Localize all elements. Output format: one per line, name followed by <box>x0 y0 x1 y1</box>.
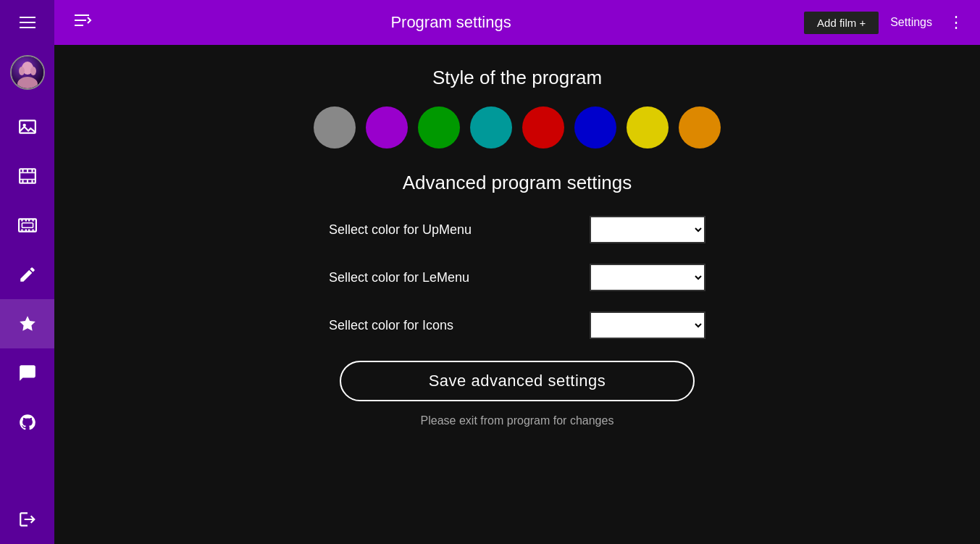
page-title: Program settings <box>98 13 804 32</box>
sidebar-item-favorites[interactable] <box>0 299 54 348</box>
lemenu-label: Sellect color for LeMenu <box>329 270 469 285</box>
style-title: Style of the program <box>432 67 602 89</box>
star-icon <box>18 314 37 333</box>
svg-point-3 <box>19 67 25 75</box>
avatar-image <box>12 57 43 88</box>
swatch-orange[interactable] <box>679 106 721 148</box>
lemenu-select[interactable]: Gray Purple Green Teal Red Blue Yellow O… <box>590 264 705 291</box>
svg-rect-18 <box>25 219 26 221</box>
svg-rect-12 <box>31 169 33 172</box>
sidebar-item-edit[interactable] <box>0 250 54 299</box>
swatch-blue[interactable] <box>574 106 616 148</box>
sidebar-item-chat[interactable] <box>0 348 54 398</box>
lemenu-row: Sellect color for LeMenu Gray Purple Gre… <box>329 264 705 291</box>
exit-icon <box>18 510 37 529</box>
advanced-title: Advanced program settings <box>403 172 632 194</box>
settings-grid: Sellect color for UpMenu Gray Purple Gre… <box>329 216 705 339</box>
swatch-teal[interactable] <box>470 106 512 148</box>
sidebar-item-filmstrip[interactable] <box>0 201 54 250</box>
sidebar-item-image[interactable] <box>0 102 54 151</box>
swatch-red[interactable] <box>522 106 564 148</box>
sidebar <box>0 0 54 544</box>
svg-rect-24 <box>32 229 33 231</box>
add-film-button[interactable]: Add film + <box>804 12 879 34</box>
svg-rect-8 <box>20 172 35 174</box>
svg-rect-13 <box>22 180 23 183</box>
image-icon <box>18 117 37 136</box>
chat-icon <box>18 364 37 382</box>
topbar-right: Add film + Settings ⋮ <box>804 10 968 35</box>
sidebar-item-exit[interactable] <box>0 495 54 544</box>
github-icon <box>18 413 37 432</box>
sort-icon[interactable] <box>66 7 98 38</box>
hamburger-menu-button[interactable] <box>0 0 54 45</box>
icons-select[interactable]: Gray Purple Green Teal Red Blue Yellow O… <box>590 311 705 339</box>
upmenu-label: Sellect color for UpMenu <box>329 222 472 238</box>
avatar-section[interactable] <box>0 45 54 99</box>
svg-rect-20 <box>32 219 33 221</box>
upmenu-select[interactable]: Gray Purple Green Teal Red Blue Yellow O… <box>590 216 705 243</box>
svg-rect-22 <box>25 229 26 231</box>
main-content: Style of the program Advanced program se… <box>54 45 980 544</box>
svg-rect-11 <box>26 169 28 172</box>
swatch-yellow[interactable] <box>627 106 669 148</box>
sidebar-nav <box>0 102 54 495</box>
swatch-purple[interactable] <box>366 106 408 148</box>
topbar: Program settings Add film + Settings ⋮ <box>54 0 980 45</box>
svg-rect-14 <box>26 180 28 183</box>
hamburger-icon <box>20 17 35 28</box>
icons-label: Sellect color for Icons <box>329 318 453 333</box>
svg-rect-15 <box>31 180 33 183</box>
svg-rect-17 <box>21 219 22 221</box>
svg-rect-9 <box>20 179 35 180</box>
upmenu-row: Sellect color for UpMenu Gray Purple Gre… <box>329 216 705 243</box>
svg-rect-19 <box>28 219 30 221</box>
svg-rect-21 <box>21 229 22 231</box>
swatch-green[interactable] <box>418 106 460 148</box>
svg-rect-23 <box>28 229 30 231</box>
film-icon <box>18 167 37 185</box>
pencil-icon <box>18 265 37 284</box>
swatch-gray[interactable] <box>314 106 356 148</box>
exit-notice: Please exit from program for changes <box>421 414 614 427</box>
more-options-icon[interactable]: ⋮ <box>944 10 968 35</box>
filmstrip-icon <box>18 216 37 235</box>
settings-button[interactable]: Settings <box>884 13 938 32</box>
svg-rect-25 <box>22 223 33 228</box>
svg-point-4 <box>30 67 36 75</box>
sidebar-item-github[interactable] <box>0 398 54 447</box>
svg-rect-10 <box>22 169 23 172</box>
icons-row: Sellect color for Icons Gray Purple Gree… <box>329 311 705 339</box>
color-swatches <box>314 106 721 148</box>
avatar <box>10 55 45 90</box>
sidebar-item-film[interactable] <box>0 151 54 201</box>
topbar-left <box>66 7 98 38</box>
save-advanced-settings-button[interactable]: Save advanced settings <box>340 361 695 401</box>
